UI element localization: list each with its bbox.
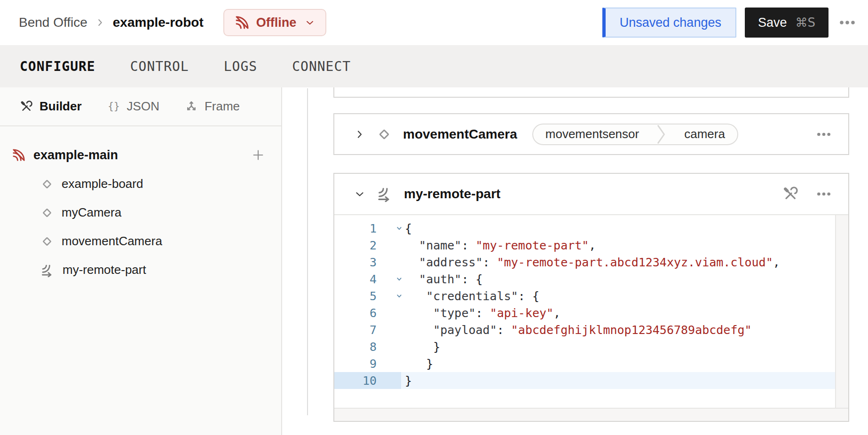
mode-label: Builder <box>39 99 82 114</box>
card-more-button[interactable] <box>816 186 831 202</box>
code-line-3: 3 "address": "my-remote-part.abcd1234xyz… <box>334 254 835 271</box>
sidebar: Builder{}JSONFrame example-mainexample-b… <box>0 87 282 435</box>
card-title: my-remote-part <box>404 186 500 202</box>
diamond-icon <box>40 206 54 219</box>
tree-item-example-main[interactable]: example-main <box>0 140 281 170</box>
tree-item-label: movementCamera <box>62 234 162 249</box>
tab-connect[interactable]: CONNECT <box>292 59 351 74</box>
code-line-1: 1{ <box>334 220 835 237</box>
tree-item-label: example-main <box>33 148 118 163</box>
main-panel: movementCamera movementsensorcamera my-r… <box>282 87 868 435</box>
content: Builder{}JSONFrame example-mainexample-b… <box>0 87 868 435</box>
tree-item-myCamera[interactable]: myCamera <box>0 198 281 227</box>
diamond-icon <box>40 235 54 248</box>
tab-bar: CONFIGURECONTROLLOGSCONNECT <box>0 45 868 87</box>
tree-item-label: myCamera <box>62 205 121 220</box>
tree-item-movementCamera[interactable]: movementCamera <box>0 227 281 256</box>
tools-icon <box>20 100 33 113</box>
pill-sep-icon <box>651 124 672 145</box>
diamond-icon <box>40 178 54 191</box>
line-number: 3 <box>334 256 401 269</box>
save-label: Save <box>758 16 787 30</box>
tree-item-label: example-board <box>62 177 143 191</box>
mode-label: JSON <box>127 99 159 114</box>
code-line-6: 6 "type": "api-key", <box>334 304 835 321</box>
partial-card <box>333 87 849 98</box>
code-text: "address": "my-remote-part.abcd1234xyz.v… <box>401 256 780 269</box>
code-text: } <box>401 357 433 371</box>
card-header: my-remote-part <box>334 174 848 215</box>
breadcrumb-org[interactable]: Bend Office <box>19 15 87 30</box>
remote-part-icon <box>377 186 393 202</box>
tab-control[interactable]: CONTROL <box>130 59 189 74</box>
tree-item-label: my-remote-part <box>63 263 146 277</box>
code-text: } <box>401 374 412 388</box>
code-text: "payload": "abcdefghijklmnop123456789abc… <box>401 323 752 337</box>
editor-footer <box>334 408 848 421</box>
mode-frame[interactable]: Frame <box>185 99 240 114</box>
chevron-down-icon <box>305 17 315 28</box>
line-number: 9 <box>334 357 401 371</box>
component-type-pill: movementsensorcamera <box>532 124 738 145</box>
collapse-chevron-icon[interactable] <box>354 188 365 200</box>
code-text: "credentials": { <box>401 289 539 303</box>
mode-json[interactable]: {}JSON <box>107 99 159 114</box>
tree-item-example-board[interactable]: example-board <box>0 170 281 198</box>
diamond-icon <box>377 127 392 142</box>
line-number: 1 <box>334 222 401 235</box>
svg-text:{}: {} <box>108 101 119 112</box>
app-header: Bend Office example-robot Offline Unsave… <box>0 0 868 45</box>
unsaved-changes-label: Unsaved changes <box>620 16 721 30</box>
wifi-off-icon <box>12 148 26 162</box>
type-tag-camera: camera <box>672 127 737 141</box>
code-area[interactable]: 1{2 "name": "my-remote-part",3 "address"… <box>334 215 835 408</box>
card-header: movementCamera movementsensorcamera <box>334 114 848 154</box>
frame-icon <box>185 100 198 113</box>
line-number: 4 <box>334 272 401 286</box>
code-line-4: 4 "auth": { <box>334 271 835 287</box>
line-number: 7 <box>334 323 401 337</box>
save-button[interactable]: Save ⌘S <box>745 8 829 38</box>
code-line-8: 8 } <box>334 338 835 355</box>
line-number: 5 <box>334 289 401 303</box>
add-component-button[interactable] <box>251 140 265 170</box>
header-more-button[interactable] <box>839 14 856 31</box>
code-text: "type": "api-key", <box>401 306 560 320</box>
view-mode-switcher: Builder{}JSONFrame <box>0 87 281 126</box>
line-number: 10 <box>334 374 401 388</box>
unsaved-changes-button[interactable]: Unsaved changes <box>602 8 736 38</box>
tools-icon[interactable] <box>782 186 798 202</box>
tab-configure[interactable]: CONFIGURE <box>20 59 95 74</box>
code-text: "auth": { <box>401 272 483 286</box>
remote-part-card: my-remote-part 1{2 "name": "my-remote-pa… <box>333 173 849 422</box>
code-line-7: 7 "payload": "abcdefghijklmnop123456789a… <box>334 321 835 338</box>
status-badge[interactable]: Offline <box>223 9 327 36</box>
editor-scrollbar-track[interactable] <box>835 215 848 408</box>
card-more-button[interactable] <box>816 127 831 142</box>
machine-name: example-robot <box>113 15 204 30</box>
line-number: 8 <box>334 340 401 354</box>
breadcrumb-separator-icon <box>95 17 105 28</box>
card-list: movementCamera movementsensorcamera my-r… <box>333 87 849 422</box>
component-tree: example-mainexample-boardmyCameramovemen… <box>0 126 281 284</box>
code-text: } <box>401 340 440 354</box>
type-tag-movementsensor: movementsensor <box>533 127 651 141</box>
code-text: { <box>401 222 412 235</box>
mode-label: Frame <box>205 99 240 114</box>
braces-icon: {} <box>107 100 120 113</box>
line-number: 6 <box>334 306 401 320</box>
mode-builder[interactable]: Builder <box>20 99 82 114</box>
tree-item-my-remote-part[interactable]: my-remote-part <box>0 256 281 284</box>
expand-chevron-icon[interactable] <box>354 129 365 140</box>
save-shortcut: ⌘S <box>795 16 815 30</box>
code-line-2: 2 "name": "my-remote-part", <box>334 237 835 254</box>
card-title: movementCamera <box>403 127 517 142</box>
wifi-off-icon <box>235 15 250 30</box>
tab-logs[interactable]: LOGS <box>224 59 257 74</box>
status-badge-label: Offline <box>256 16 297 30</box>
json-editor: 1{2 "name": "my-remote-part",3 "address"… <box>334 215 848 408</box>
component-card-movementcamera: movementCamera movementsensorcamera <box>333 113 849 155</box>
remote-icon <box>40 263 55 277</box>
code-line-5: 5 "credentials": { <box>334 287 835 304</box>
vertical-scrollbar[interactable] <box>307 88 308 415</box>
